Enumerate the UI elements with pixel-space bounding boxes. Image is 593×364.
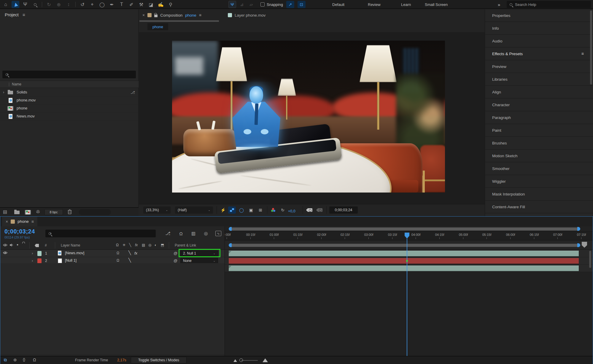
new-folder-icon[interactable] xyxy=(14,211,20,214)
panel-tab-mask-interpolation[interactable]: Mask Interpolation xyxy=(485,188,593,201)
bit-depth-button[interactable]: 8 bpc xyxy=(44,209,63,215)
panel-tab-effects-presets[interactable]: Effects & Presets≡ xyxy=(485,47,593,60)
viewer-timecode[interactable]: 0;00;03;24 xyxy=(329,206,358,214)
eraser-tool-icon[interactable]: ◪ xyxy=(147,1,155,8)
work-area-start-handle[interactable] xyxy=(229,227,232,231)
layer-name[interactable]: [News.mov] xyxy=(65,251,84,255)
zoom-out-mountain-icon[interactable] xyxy=(233,359,237,362)
layer-label-swatch[interactable] xyxy=(37,251,42,256)
clone-stamp-tool-icon[interactable]: ⚒ xyxy=(137,1,145,8)
right-panel-scrollbar[interactable] xyxy=(590,10,592,85)
twirl-icon[interactable]: › xyxy=(32,258,33,263)
panel-tab-libraries[interactable]: Libraries xyxy=(485,73,593,86)
quality-switch-icon[interactable]: ╲ xyxy=(129,243,131,247)
tab-composition-phone[interactable]: × Composition phone ≡ xyxy=(139,11,204,20)
region-of-interest-icon[interactable]: ▣ xyxy=(247,206,255,214)
exposure-icon[interactable]: ↻ xyxy=(279,206,287,214)
shy-toggle-icon[interactable]: Ω xyxy=(117,258,119,263)
panel-tab-content-aware-fill[interactable]: Content-Aware Fill xyxy=(485,201,593,213)
mask-visibility-icon[interactable]: ◯ xyxy=(238,206,245,214)
parent-dropdown-null-1[interactable]: None ⌄ xyxy=(180,258,218,264)
layer-lane-3[interactable] xyxy=(225,265,593,272)
pick-whip-icon[interactable]: @ xyxy=(174,258,177,263)
puppet-pin-tool-icon[interactable]: ⚲ xyxy=(167,1,174,8)
timeline-zoom-slider-knob[interactable] xyxy=(239,358,243,362)
audio-column-speaker-icon[interactable] xyxy=(9,243,13,247)
panel-tab-brushes[interactable]: Brushes xyxy=(485,137,593,150)
work-area-end-handle[interactable] xyxy=(577,227,580,231)
rotate-tool-icon[interactable]: ↺ xyxy=(79,1,86,8)
project-panel-menu-icon[interactable]: ≡ xyxy=(23,12,25,17)
render-time-column-icon[interactable]: Ω xyxy=(33,357,36,362)
pick-whip-icon[interactable]: @ xyxy=(174,251,177,255)
frame-blend-switch-icon[interactable]: ▤ xyxy=(142,243,145,247)
composition-frame[interactable] xyxy=(172,41,445,193)
keyframe-marker[interactable] xyxy=(406,260,408,262)
panel-tab-preview[interactable]: Preview xyxy=(485,60,593,73)
fast-preview-icon[interactable]: ⚡ xyxy=(219,206,227,214)
search-help-input[interactable]: Search Help xyxy=(507,1,591,8)
quality-toggle-icon[interactable]: ╲ xyxy=(128,250,131,255)
panel-tab-motion-sketch[interactable]: Motion Sketch xyxy=(485,150,593,162)
zoom-in-mountain-icon[interactable] xyxy=(263,358,268,362)
brush-tool-icon[interactable]: ✐ xyxy=(128,1,135,8)
twirl-icon[interactable]: › xyxy=(32,251,33,255)
tab-menu-icon[interactable]: ≡ xyxy=(199,13,201,18)
comp-mini-flowchart-icon[interactable]: ⎇ xyxy=(164,230,172,237)
zoom-tool-icon[interactable] xyxy=(31,1,39,8)
layer-lane-2[interactable] xyxy=(225,257,593,265)
transfer-controls-icon[interactable]: ⊚ xyxy=(13,357,17,362)
layer-name[interactable]: [Null 1] xyxy=(65,258,77,263)
world-axis-mode-icon[interactable]: ⊿ xyxy=(238,1,246,8)
panel-tab-paragraph[interactable]: Paragraph xyxy=(485,111,593,124)
exposure-value[interactable]: +0,0 xyxy=(288,208,295,215)
scroll-zoom-end-handle[interactable] xyxy=(577,243,580,247)
proxy-icon[interactable]: ✇ xyxy=(36,209,40,214)
project-item-news-mov[interactable]: News.mov xyxy=(0,112,139,120)
timeline-zoom-slider-track[interactable] xyxy=(241,360,258,361)
workspace-tab-default[interactable]: Default xyxy=(332,0,344,9)
magnification-dropdown[interactable]: (33,3%)⌄ xyxy=(143,206,171,214)
pen-tool-icon[interactable]: ✒ xyxy=(108,1,116,8)
project-column-header[interactable]: Name xyxy=(0,81,139,88)
selection-tool-icon[interactable]: ▶ xyxy=(12,1,19,8)
collapse-switch-icon[interactable]: ✳ xyxy=(123,243,125,247)
transparency-grid-icon[interactable] xyxy=(228,206,236,214)
timeline-vertical-scrollbar[interactable] xyxy=(589,251,591,268)
panel-menu-icon[interactable]: ≡ xyxy=(581,51,584,56)
resolution-dropdown[interactable]: (Half)⌄ xyxy=(175,206,213,214)
roto-brush-tool-icon[interactable]: ✍ xyxy=(157,1,165,8)
project-item-solids[interactable]: › Solids ⎇ xyxy=(0,88,139,96)
hand-tool-icon[interactable]: Ψ xyxy=(21,1,29,8)
orbit-camera-tool-icon[interactable]: ↻ xyxy=(45,1,53,8)
layer-lane-1[interactable] xyxy=(225,250,593,257)
parent-dropdown-news-mov[interactable]: 2. Null 1 ⌄ xyxy=(180,250,218,256)
solo-column-icon[interactable]: ● xyxy=(17,243,18,246)
snap-along-edges-icon[interactable]: ↗ xyxy=(286,1,294,8)
effects-switch-icon[interactable]: fx xyxy=(135,243,138,247)
adjustment-layer-switch-icon[interactable]: ◐ xyxy=(155,243,157,247)
workspace-tab-learn[interactable]: Learn xyxy=(401,0,411,9)
horizontal-scroll-bar[interactable] xyxy=(229,243,580,247)
project-item-phone-mov[interactable]: phone.mov xyxy=(0,96,139,104)
close-icon[interactable]: × xyxy=(142,13,145,18)
home-icon[interactable]: ⌂ xyxy=(2,1,9,8)
type-tool-icon[interactable]: T xyxy=(118,1,125,8)
pan-camera-tool-icon[interactable]: ⊕ xyxy=(55,1,63,8)
layer-bar-news-mov[interactable] xyxy=(229,251,579,256)
expand-layers-icon[interactable]: ⧉ xyxy=(4,357,7,363)
twirl-icon[interactable]: › xyxy=(3,90,4,94)
crop-region-icon[interactable]: ⊞ xyxy=(257,206,264,214)
close-icon[interactable]: × xyxy=(6,219,8,224)
panel-tab-smoother[interactable]: Smoother xyxy=(485,162,593,175)
timeline-search-input[interactable]: ▾ xyxy=(45,230,156,237)
workspace-tab-small-screen[interactable]: Small Screen xyxy=(425,0,448,9)
in-out-columns-icon[interactable]: {} xyxy=(23,357,25,362)
shape-tool-icon[interactable]: ◯ xyxy=(98,1,106,8)
snapping-checkbox[interactable] xyxy=(260,2,265,7)
quality-toggle-icon[interactable]: ╲ xyxy=(128,258,131,263)
new-composition-icon[interactable] xyxy=(25,210,31,214)
graph-editor-icon[interactable]: ∿ xyxy=(214,230,222,237)
current-time-display[interactable]: 0;00;03;24 xyxy=(4,228,35,235)
eye-icon[interactable] xyxy=(3,251,7,254)
